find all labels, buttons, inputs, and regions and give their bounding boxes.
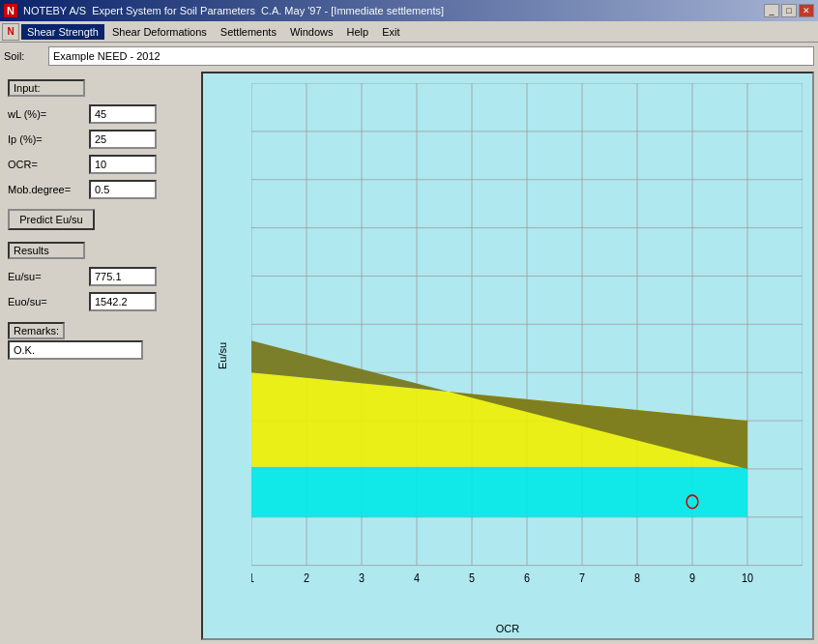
svg-text:4: 4 [414,571,420,584]
body-row: Input: wL (%)= Ip (%)= OCR= Mob.degree= … [4,72,814,640]
remarks-label: Remarks: [8,322,65,339]
doc-title: C.A. May '97 - [Immediate settlements] [261,5,444,16]
main-content: Soil: Input: wL (%)= Ip (%)= OCR= Mob.de… [0,43,818,644]
menu-bar: N Shear Strength Shear Deformations Sett… [0,21,818,43]
svg-text:10: 10 [742,571,753,584]
svg-text:8: 8 [634,571,640,584]
wl-row: wL (%)= [8,104,193,124]
mob-input[interactable] [89,180,157,199]
chart-area: Eu/su OCR [201,72,814,640]
x-axis-label: OCR [496,623,519,634]
soil-input[interactable] [48,46,814,66]
mob-row: Mob.degree= [8,180,193,199]
svg-text:3: 3 [359,571,365,584]
eusu-label: Eu/su= [8,271,85,282]
menu-windows[interactable]: Windows [284,24,339,40]
chart-svg: 6000 5400 4800 4200 3600 3000 2400 1800 … [251,83,803,609]
svg-text:7: 7 [579,571,585,584]
predict-button[interactable]: Predict Eu/su [8,209,95,230]
minimize-button[interactable]: _ [764,4,779,17]
results-label-row: Results [8,238,193,261]
app-icon[interactable]: N [2,23,19,41]
app-icon-label: N [7,26,14,37]
ip-label: Ip (%)= [8,133,85,145]
input-label-row: Input: [8,75,193,99]
svg-marker-23 [251,467,747,517]
menu-shear-deformations[interactable]: Shear Deformations [106,24,213,40]
euosu-input[interactable] [89,292,157,311]
title-bar-left: N NOTEBY A/S Expert System for Soil Para… [4,4,444,17]
eusu-row: Eu/su= [8,267,193,286]
eusu-input[interactable] [89,267,157,286]
ip-row: Ip (%)= [8,130,193,149]
menu-exit[interactable]: Exit [376,24,405,40]
remarks-section: Remarks: [8,325,193,360]
mob-label: Mob.degree= [8,184,85,195]
svg-text:9: 9 [689,571,695,584]
app-logo: N [4,4,17,17]
ocr-row: OCR= [8,155,193,174]
wl-input[interactable] [89,104,157,124]
soil-row: Soil: [4,46,814,66]
menu-settlements[interactable]: Settlements [215,24,282,40]
title-bar: N NOTEBY A/S Expert System for Soil Para… [0,0,818,21]
left-panel: Input: wL (%)= Ip (%)= OCR= Mob.degree= … [4,72,197,640]
svg-text:1: 1 [251,571,254,584]
svg-text:2: 2 [304,571,309,584]
maximize-button[interactable]: □ [781,4,797,17]
close-button[interactable]: ✕ [799,4,814,17]
results-section-label: Results [8,242,85,259]
ip-input[interactable] [89,130,157,149]
app-name: NOTEBY A/S [23,5,86,16]
svg-text:5: 5 [469,571,475,584]
soil-label: Soil: [4,50,43,62]
ocr-label: OCR= [8,159,85,170]
menu-shear-strength[interactable]: Shear Strength [21,24,104,40]
euosu-label: Euo/su= [8,296,85,307]
ocr-input[interactable] [89,155,157,174]
euosu-row: Euo/su= [8,292,193,311]
wl-label: wL (%)= [8,108,85,120]
title-bar-controls: _ □ ✕ [764,4,814,17]
remarks-input[interactable] [8,340,143,360]
app-title: Expert System for Soil Parameters [92,5,255,16]
menu-help[interactable]: Help [341,24,375,40]
svg-text:6: 6 [524,571,530,584]
input-section-label: Input: [8,79,85,97]
y-axis-label: Eu/su [217,342,228,369]
